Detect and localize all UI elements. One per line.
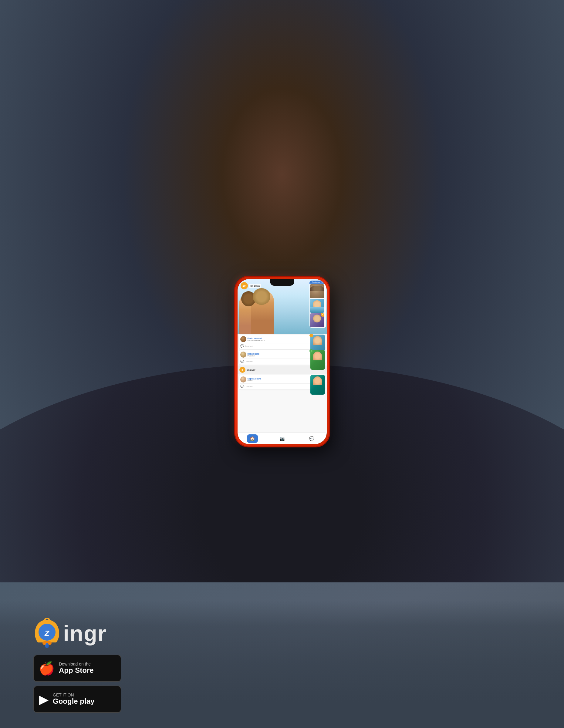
kevin-text: I am on this place !! :) [248,339,265,341]
logo-text: ingr [63,621,107,646]
sophia-name: Sophia Claire [248,378,261,380]
camera-icon: 📷 [279,436,285,441]
hanna-text: Paradise! [248,355,259,357]
logo-icon: z [33,618,61,649]
home-icon: 🏠 [250,436,255,441]
people-near-avatars: 4 [309,284,326,328]
nav-camera[interactable]: 📷 [277,434,288,443]
km-number-2: 8 [239,367,245,373]
nav-chat[interactable]: 💬 [306,434,317,443]
km-label-1: km away [249,284,261,288]
sophia-info: Sophia Claire Hello!! [248,378,261,382]
people-near-panel: People near You [309,281,326,328]
phone-container: 20 km away People near You [235,277,329,447]
kevin-name: Kevin Howard [248,337,265,339]
app-interface: 20 km away People near You [238,279,327,444]
google-play-icon: ▶ [39,692,49,707]
google-play-badge[interactable]: ▶ GET IT ON Google play [33,686,121,713]
side-avatar-2: 4 [310,350,325,370]
km-number-1: 20 [241,282,248,289]
phone-case: 20 km away People near You [235,277,329,447]
logo-container: z ingr [33,618,531,649]
side-avatar-3 [310,375,325,395]
avatar-hanna [240,352,246,358]
google-play-line2: Google play [53,697,94,706]
comment-label-sophia: Comment [245,386,253,387]
app-store-badge[interactable]: 🍎 Download on the App Store [33,655,121,682]
google-play-line1: GET IT ON [53,693,94,697]
km-away-badge-1: 20 km away [241,282,261,289]
phone-screen: 20 km away People near You [238,279,327,444]
chat-icon: 💬 [309,436,314,441]
km-label-2: km away [247,369,255,371]
phone-bezel: 20 km away People near You [238,279,327,444]
bottom-nav: 🏠 📷 💬 [238,433,327,444]
sophia-text: Hello!! [248,380,261,382]
people-near-title: People near You [309,281,326,284]
svg-text:z: z [44,627,50,638]
app-store-line1: Download on the [59,662,94,666]
post-name-kevin: Kevin Howard I am on this place !! :) [248,337,265,341]
app-store-line2: App Store [59,666,94,675]
avatar-sophia [240,376,246,383]
hanna-name: Hanna Berg [248,353,259,355]
bottom-section: z ingr 🍎 Download on the App Store ▶ GET… [0,601,564,728]
hanna-info: Hanna Berg Paradise! [248,353,259,357]
post-item-hanna: Hanna Berg Paradise! 4 [239,350,326,365]
post-item-sophia: Sophia Claire Hello!! [239,375,326,389]
phone-notch [270,279,294,286]
nav-home[interactable]: 🏠 [247,434,258,443]
app-store-text: Download on the App Store [59,662,94,675]
store-badges: 🍎 Download on the App Store ▶ GET IT ON … [33,655,531,713]
avatar-kevin [240,336,246,342]
comment-label-hanna: Comment [245,361,253,362]
post-item-kevin: Kevin Howard I am on this place !! :) [239,335,326,349]
comment-label-kevin: Comment [245,345,253,347]
hero-section: 20 km away People near You [238,279,327,334]
posts-list: Kevin Howard I am on this place !! :) [238,334,327,433]
google-play-text: GET IT ON Google play [53,693,94,706]
apple-icon: 🍎 [39,661,55,676]
